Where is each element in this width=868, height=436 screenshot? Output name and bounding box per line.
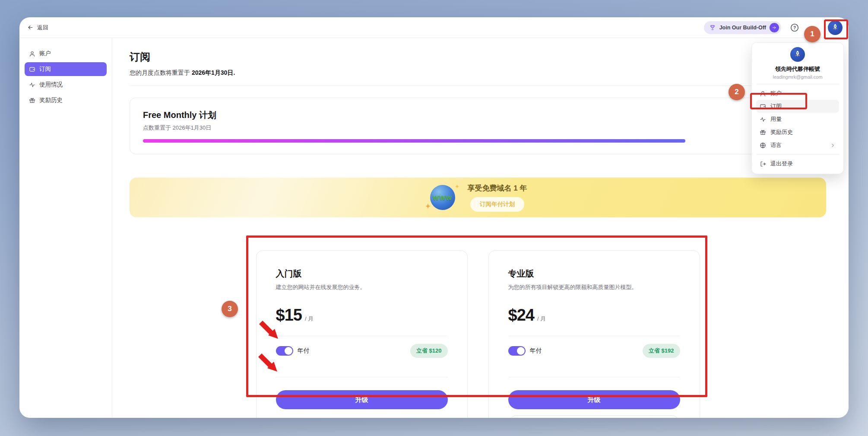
plan-period: / 月 (537, 315, 546, 323)
gift-icon (29, 97, 35, 104)
sidebar-item-label: 账户 (39, 50, 51, 57)
credits-progress-fill (143, 139, 685, 143)
user-icon (760, 90, 766, 97)
back-label: 返回 (37, 24, 48, 32)
menu-item-usage[interactable]: 用量 (756, 113, 839, 126)
globe-icon (760, 142, 766, 149)
toggle-label: 年付 (530, 347, 542, 355)
plan-price: $15 (276, 306, 302, 325)
savings-badge: 立省 $192 (643, 344, 680, 358)
logout-icon (760, 161, 766, 167)
content-row: 账户 订阅 使用情况 奖励历史 订阅 您的月度点数将重置于 2026年1月30日… (19, 38, 849, 418)
globe-text: WWW (433, 194, 452, 201)
app-window: 返回 Join Our Build-Off ? (19, 17, 849, 418)
main-content: 订阅 您的月度点数将重置于 2026年1月30日. Free Monthly 计… (112, 38, 849, 418)
menu-item-label: 订阅 (770, 102, 782, 110)
wallet-icon (760, 103, 766, 110)
user-avatar[interactable] (828, 20, 843, 35)
subtitle-text: 您的月度点数将重置于 (130, 69, 192, 76)
sidebar-item-rewards[interactable]: 奖励历史 (25, 93, 107, 107)
plan-name: 入门版 (276, 268, 448, 280)
current-plan-reset-note: 点数重置于 2026年1月30日 (143, 124, 813, 132)
toggle-knob (517, 347, 525, 355)
banner-content: 享受免费域名 1 年 订阅年付计划 (468, 183, 527, 212)
gift-icon (760, 129, 766, 136)
account-name: 領先時代夥伴帳號 (775, 65, 820, 73)
trophy-icon (709, 24, 716, 31)
plan-card-starter: 入门版 建立您的网站并在线发展您的业务。 $15 / 月 年付 立省 $120 … (256, 250, 468, 418)
menu-item-account[interactable]: 账户 (756, 87, 839, 100)
current-plan-card: Free Monthly 计划 点数重置于 2026年1月30日 (130, 98, 826, 154)
sidebar: 账户 订阅 使用情况 奖励历史 (19, 38, 112, 418)
menu-item-label: 用量 (770, 115, 782, 123)
menu-item-subscription[interactable]: 订阅 (756, 100, 839, 113)
menu-item-language[interactable]: 语言 (756, 139, 839, 152)
account-menu: 領先時代夥伴帳號 leadingmrk@gmail.com 账户 订阅 用量 奖… (751, 42, 844, 174)
rocket-avatar-icon (793, 50, 802, 59)
billing-toggle-row: 年付 立省 $192 (508, 336, 680, 366)
plan-period: / 月 (305, 315, 314, 323)
help-button[interactable]: ? (790, 23, 799, 32)
menu-item-label: 奖励历史 (770, 128, 793, 136)
account-menu-header: 領先時代夥伴帳號 leadingmrk@gmail.com (756, 47, 839, 84)
current-plan-title: Free Monthly 计划 (143, 109, 813, 121)
plans-row: 入门版 建立您的网站并在线发展您的业务。 $15 / 月 年付 立省 $120 … (130, 250, 826, 418)
reset-date: 2026年1月30日. (192, 69, 235, 76)
arrow-left-icon (27, 24, 34, 31)
credits-select[interactable]: 6,000 点数 / 月 (508, 415, 680, 418)
sidebar-item-usage[interactable]: 使用情况 (25, 78, 107, 92)
plan-price: $24 (508, 306, 534, 325)
plan-description: 建立您的网站并在线发展您的业务。 (276, 283, 448, 291)
menu-item-label: 退出登录 (770, 160, 793, 168)
account-menu-list: 账户 订阅 用量 奖励历史 语言 退出登录 (756, 87, 839, 170)
join-build-off-label: Join Our Build-Off (719, 25, 766, 31)
annual-billing-toggle[interactable] (276, 346, 293, 356)
svg-text:?: ? (793, 25, 796, 30)
price-row: $15 / 月 (276, 306, 448, 325)
globe-icon: WWW (429, 184, 456, 211)
upgrade-button-starter[interactable]: 升级 (276, 390, 448, 409)
free-domain-banner: WWW 享受免费域名 1 年 订阅年付计划 (130, 178, 826, 217)
menu-item-rewards[interactable]: 奖励历史 (756, 126, 839, 139)
activity-icon (760, 116, 766, 123)
join-build-off-button[interactable]: Join Our Build-Off (704, 21, 781, 34)
sidebar-item-account[interactable]: 账户 (25, 47, 107, 60)
arrow-right-icon (770, 23, 779, 32)
activity-icon (29, 82, 35, 88)
sidebar-item-subscription[interactable]: 订阅 (25, 62, 107, 76)
plan-description: 为您的所有项目解锁更高的限额和高质量图片模型。 (508, 283, 680, 291)
sidebar-item-label: 订阅 (39, 65, 51, 73)
sidebar-item-label: 奖励历史 (39, 96, 63, 104)
wallet-icon (29, 66, 35, 73)
topbar-right: Join Our Build-Off ? (704, 20, 843, 35)
toggle-knob (285, 347, 292, 355)
menu-item-label: 账户 (770, 89, 782, 97)
page-title: 订阅 (130, 50, 826, 64)
billing-toggle-row: 年付 立省 $120 (276, 336, 448, 366)
menu-item-label: 语言 (770, 141, 782, 149)
divider (508, 377, 680, 377)
back-button[interactable]: 返回 (27, 24, 48, 32)
chevron-right-icon (830, 143, 836, 148)
toggle-label: 年付 (298, 347, 310, 355)
sidebar-item-label: 使用情况 (39, 81, 63, 89)
annual-billing-toggle[interactable] (508, 346, 526, 356)
divider (276, 377, 448, 377)
divider (130, 86, 826, 86)
upgrade-button-pro[interactable]: 升级 (508, 390, 680, 409)
account-email: leadingmrk@gmail.com (773, 74, 822, 80)
divider (756, 154, 839, 155)
plan-name: 专业版 (508, 268, 680, 280)
menu-item-logout[interactable]: 退出登录 (756, 157, 839, 170)
menu-avatar (790, 47, 805, 62)
savings-badge: 立省 $120 (410, 344, 448, 358)
top-bar: 返回 Join Our Build-Off ? (19, 17, 849, 38)
rocket-avatar-icon (830, 23, 840, 32)
price-row: $24 / 月 (508, 306, 680, 325)
user-icon (29, 51, 35, 57)
banner-title: 享受免费域名 1 年 (468, 183, 527, 193)
credits-progress-track (143, 139, 813, 143)
subscribe-annual-button[interactable]: 订阅年付计划 (470, 197, 524, 212)
help-icon: ? (790, 23, 799, 32)
plan-card-pro: 专业版 为您的所有项目解锁更高的限额和高质量图片模型。 $24 / 月 年付 立… (488, 250, 700, 418)
